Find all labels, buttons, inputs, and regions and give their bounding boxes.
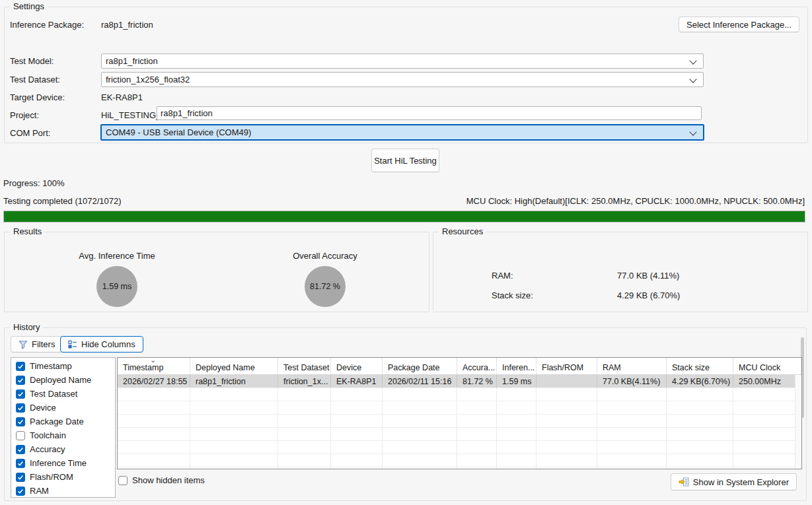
cell-accura bbox=[457, 415, 497, 427]
history-table-body: 2026/02/27 18:55ra8p1_frictionfriction_1… bbox=[118, 375, 801, 469]
checkbox-checked-icon[interactable] bbox=[16, 403, 25, 413]
checkbox-checked-icon[interactable] bbox=[16, 473, 25, 482]
column-header-package-date[interactable]: Package Date bbox=[383, 358, 457, 374]
cell-ram bbox=[597, 401, 667, 414]
cell-device bbox=[331, 454, 383, 467]
cell-inferen bbox=[497, 467, 536, 469]
cell-stack-size bbox=[667, 454, 733, 467]
column-toggle-list: TimestampDeployed NameTest DatasetDevice… bbox=[11, 357, 116, 498]
checkbox-checked-icon[interactable] bbox=[16, 389, 25, 399]
start-hil-testing-button[interactable]: Start HiL Testing bbox=[371, 149, 439, 172]
checkbox-checked-icon[interactable] bbox=[16, 459, 25, 468]
table-row-empty[interactable] bbox=[118, 467, 801, 469]
column-header-label: Device bbox=[336, 363, 361, 372]
history-table-head: ⌄TimestampDeployed NameTest DatasetDevic… bbox=[118, 358, 801, 375]
column-toggle-deployed-name[interactable]: Deployed Name bbox=[11, 373, 115, 387]
column-toggle-timestamp[interactable]: Timestamp bbox=[11, 359, 115, 373]
table-scrollbar[interactable] bbox=[795, 375, 801, 469]
table-row-empty[interactable] bbox=[118, 454, 801, 467]
cell-timestamp: 2026/02/27 18:55 bbox=[118, 375, 190, 387]
cell-inferen: 1.59 ms bbox=[497, 375, 536, 387]
filters-button[interactable]: Filters bbox=[11, 336, 63, 353]
project-prefix: HiL_TESTING_ bbox=[101, 110, 161, 120]
checkbox-checked-icon[interactable] bbox=[16, 417, 25, 426]
column-toggle-flash-rom[interactable]: Flash/ROM bbox=[11, 470, 115, 484]
cell-flash-rom bbox=[536, 401, 597, 414]
column-header-stack-size[interactable]: Stack size bbox=[667, 358, 733, 374]
cell-stack-size bbox=[667, 441, 733, 454]
cell-device bbox=[331, 401, 383, 414]
history-group: History Filters Hide Columns TimestampDe… bbox=[4, 327, 807, 501]
checkbox-checked-icon[interactable] bbox=[16, 445, 25, 454]
column-header-timestamp[interactable]: ⌄Timestamp bbox=[118, 358, 190, 374]
cell-timestamp bbox=[118, 454, 190, 467]
test-dataset-combobox-value: friction_1x256_float32 bbox=[106, 75, 190, 84]
column-toggle-package-date[interactable]: Package Date bbox=[11, 415, 115, 428]
cell-ram bbox=[597, 467, 667, 469]
test-model-combobox[interactable]: ra8p1_friction bbox=[101, 53, 704, 69]
cell-mcu-clock bbox=[733, 388, 801, 401]
cell-device bbox=[331, 428, 383, 440]
table-row-empty[interactable] bbox=[118, 388, 801, 401]
column-header-device[interactable]: Device bbox=[331, 358, 383, 374]
table-row-empty[interactable] bbox=[118, 441, 801, 454]
cell-accura bbox=[457, 428, 497, 440]
cell-timestamp bbox=[118, 415, 190, 427]
hide-columns-button[interactable]: Hide Columns bbox=[60, 336, 143, 353]
cell-inferen bbox=[497, 388, 536, 401]
cell-inferen bbox=[497, 454, 536, 467]
com-port-label: COM Port: bbox=[10, 128, 50, 138]
cell-inferen bbox=[497, 441, 536, 454]
table-row-empty[interactable] bbox=[118, 415, 801, 428]
column-toggle-ram[interactable]: RAM bbox=[11, 484, 115, 498]
project-name-input[interactable] bbox=[157, 106, 702, 120]
checkbox-checked-icon[interactable] bbox=[16, 376, 25, 385]
cell-accura bbox=[457, 441, 497, 454]
overall-accuracy-circle: 81.72 % bbox=[305, 266, 346, 307]
column-header-accura[interactable]: Accura... bbox=[457, 358, 497, 374]
cell-stack-size: 4.29 KB(6.70%) bbox=[667, 375, 733, 387]
cell-inferen bbox=[497, 428, 536, 440]
cell-device bbox=[331, 415, 383, 427]
cell-device bbox=[331, 467, 383, 469]
cell-deployed-name bbox=[190, 441, 278, 454]
cell-ram bbox=[597, 388, 667, 401]
com-port-combobox[interactable]: COM49 - USB Serial Device (COM49) bbox=[100, 124, 704, 141]
cell-deployed-name bbox=[190, 454, 278, 467]
table-row-selected[interactable]: 2026/02/27 18:55ra8p1_frictionfriction_1… bbox=[118, 375, 801, 388]
table-row-empty[interactable] bbox=[118, 401, 801, 415]
column-toggle-toolchain[interactable]: Toolchain bbox=[11, 428, 115, 442]
show-hidden-items-toggle[interactable]: Show hidden items bbox=[118, 475, 205, 485]
cell-deployed-name bbox=[190, 428, 278, 440]
cell-package-date bbox=[383, 388, 457, 401]
cell-accura: 81.72 % bbox=[457, 375, 497, 387]
column-header-inferen[interactable]: Inferen... bbox=[497, 358, 536, 374]
test-dataset-combobox[interactable]: friction_1x256_float32 bbox=[101, 72, 704, 87]
column-toggle-accuracy[interactable]: Accuracy bbox=[11, 442, 115, 456]
column-header-label: Timestamp bbox=[123, 363, 163, 372]
column-header-mcu-clock[interactable]: MCU Clock bbox=[733, 358, 801, 374]
column-header-ram[interactable]: RAM bbox=[597, 358, 667, 374]
checkbox-unchecked-icon[interactable] bbox=[16, 431, 25, 440]
column-header-flash-rom[interactable]: Flash/ROM bbox=[536, 358, 597, 374]
column-header-test-dataset[interactable]: Test Dataset bbox=[278, 358, 331, 374]
inference-package-value: ra8p1_friction bbox=[101, 20, 153, 30]
column-header-label: Inferen... bbox=[502, 363, 535, 372]
cell-test-dataset bbox=[278, 428, 331, 440]
checkbox-checked-icon[interactable] bbox=[16, 487, 25, 496]
history-table: ⌄TimestampDeployed NameTest DatasetDevic… bbox=[117, 357, 802, 469]
settings-group-label: Settings bbox=[10, 1, 48, 11]
show-in-system-explorer-button[interactable]: Show in System Explorer bbox=[671, 473, 797, 490]
select-inference-package-button[interactable]: Select Inference Package... bbox=[679, 17, 799, 32]
column-toggle-device[interactable]: Device bbox=[11, 401, 115, 415]
column-header-deployed-name[interactable]: Deployed Name bbox=[190, 358, 278, 374]
column-toggle-inference-time[interactable]: Inference Time bbox=[11, 456, 115, 470]
cell-flash-rom bbox=[536, 375, 597, 387]
table-row-empty[interactable] bbox=[118, 428, 801, 441]
cell-timestamp bbox=[118, 388, 190, 401]
show-hidden-checkbox[interactable] bbox=[118, 476, 128, 485]
checkbox-checked-icon[interactable] bbox=[16, 362, 25, 371]
column-header-label: MCU Clock bbox=[739, 363, 780, 372]
hide-columns-button-label: Hide Columns bbox=[81, 339, 135, 349]
column-toggle-test-dataset[interactable]: Test Dataset bbox=[11, 387, 115, 401]
